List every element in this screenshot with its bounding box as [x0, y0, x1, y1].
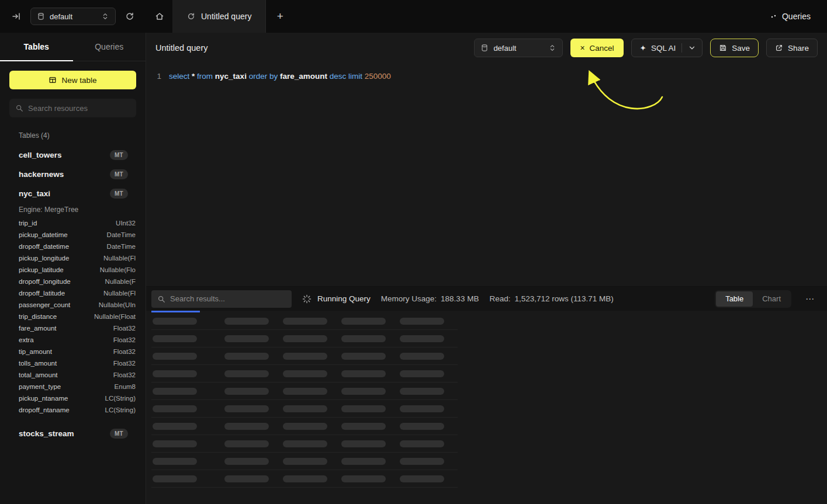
skeleton-cell — [224, 440, 269, 447]
skeleton-cell — [400, 405, 444, 412]
table-grid-icon — [49, 76, 57, 84]
skeleton-cell — [153, 370, 197, 377]
query-database-selector[interactable]: default — [474, 39, 563, 57]
skeleton-cell — [153, 388, 197, 395]
view-tab-table[interactable]: Table — [716, 291, 753, 307]
skeleton-cell — [224, 405, 269, 412]
column-type: Float32 — [113, 336, 136, 343]
skeleton-cell — [341, 440, 386, 447]
column-row: trip_idUInt32 — [0, 217, 146, 229]
database-selector[interactable]: default — [30, 8, 116, 25]
query-title: Untitled query — [155, 43, 207, 53]
column-name: pickup_ntaname — [19, 395, 68, 402]
new-tab-button[interactable]: + — [266, 0, 294, 33]
sql-token: 250000 — [365, 72, 391, 81]
skeleton-cell — [224, 458, 269, 465]
column-row: extraFloat32 — [0, 334, 146, 346]
column-type: Nullable(UIn — [99, 301, 136, 308]
skeleton-cell — [283, 423, 327, 430]
column-type: Float32 — [113, 360, 136, 367]
search-resources-input[interactable] — [28, 104, 130, 113]
skeleton-cell — [400, 440, 444, 447]
line-number: 1 — [155, 71, 161, 286]
spinner-icon — [302, 294, 312, 304]
column-row: pickup_latitudeNullable(Flo — [0, 264, 146, 276]
table-item-cell_towers[interactable]: cell_towersMT — [0, 145, 146, 165]
refresh-button[interactable] — [122, 8, 138, 25]
skeleton-cell — [153, 458, 197, 465]
view-tab-chart[interactable]: Chart — [753, 291, 790, 307]
skeleton-row — [151, 435, 458, 453]
resource-list: cell_towersMThackernewsMTnyc_taxiMTEngin… — [0, 145, 146, 443]
search-icon — [157, 295, 165, 303]
queries-button[interactable]: Queries — [770, 12, 811, 21]
skeleton-cell — [283, 353, 327, 360]
progress-track — [146, 311, 827, 312]
view-toggle: Table Chart — [715, 290, 791, 308]
column-row: fare_amountFloat32 — [0, 322, 146, 334]
results-menu-button[interactable]: ⋯ — [802, 294, 818, 304]
tab-strip: Untitled query + — [146, 0, 294, 33]
sql-ai-label: SQL AI — [651, 44, 676, 53]
column-type: LC(String) — [105, 395, 136, 402]
skeleton-cell — [400, 423, 444, 430]
tables-section-label: Tables (4) — [0, 127, 146, 145]
column-name: extra — [19, 336, 34, 343]
column-row: payment_typeEnum8 — [0, 381, 146, 392]
search-icon — [15, 104, 23, 112]
share-button[interactable]: Share — [766, 39, 818, 57]
sql-ai-button[interactable]: ✦ SQL AI — [631, 39, 703, 57]
skeleton-cell — [400, 458, 444, 465]
read-stat: Read: 1,523,712 rows (113.71 MB) — [489, 294, 613, 303]
skeleton-row — [151, 347, 458, 365]
column-name: tip_amount — [19, 348, 52, 355]
column-type: Nullable(Flo — [100, 266, 136, 273]
home-button[interactable] — [146, 0, 173, 33]
cancel-button[interactable]: × Cancel — [570, 39, 623, 57]
sidebar-tab-tables[interactable]: Tables — [0, 33, 73, 61]
skeleton-cell — [153, 475, 197, 482]
tab-untitled-query[interactable]: Untitled query — [173, 0, 266, 33]
skeleton-cell — [283, 440, 327, 447]
skeleton-cell — [400, 335, 444, 342]
skeleton-cell — [283, 405, 327, 412]
skeleton-cell — [153, 335, 197, 342]
collapse-sidebar-button[interactable] — [8, 8, 25, 25]
memory-usage-value: 188.33 MB — [441, 294, 479, 303]
table-item-nyc_taxi[interactable]: nyc_taxiMT — [0, 184, 146, 203]
collapse-panel-icon — [12, 12, 21, 21]
column-name: dropoff_longitude — [19, 278, 71, 285]
skeleton-cell — [283, 318, 327, 325]
table-item-stocks_stream[interactable]: stocks_streamMT — [0, 424, 146, 443]
column-name: passenger_count — [19, 301, 70, 308]
skeleton-cell — [283, 475, 327, 482]
sql-code-line: select * from nyc_taxi order by fare_amo… — [169, 71, 391, 286]
database-icon — [480, 44, 489, 52]
column-row: dropoff_longitudeNullable(F — [0, 276, 146, 287]
share-icon — [775, 44, 783, 52]
skeleton-row — [151, 365, 458, 383]
search-results-input[interactable] — [170, 294, 286, 303]
skeleton-cell — [341, 388, 386, 395]
new-table-button[interactable]: New table — [9, 71, 136, 89]
save-icon — [719, 44, 727, 52]
results-panel: Running Query Memory Usage: 188.33 MB Re… — [146, 286, 827, 504]
table-name: hackernews — [19, 170, 64, 179]
sql-editor[interactable]: 1 select * from nyc_taxi order by fare_a… — [146, 63, 827, 286]
column-name: trip_id — [19, 220, 37, 227]
sql-token: from — [197, 72, 213, 81]
app-root: default Untitled query — [0, 0, 827, 504]
column-row: tolls_amountFloat32 — [0, 357, 146, 369]
sidebar-tab-queries[interactable]: Queries — [73, 33, 146, 61]
sidebar-tab-queries-label: Queries — [95, 42, 123, 51]
save-button[interactable]: Save — [710, 39, 759, 57]
skeleton-cell — [400, 318, 444, 325]
column-type: DateTime — [107, 243, 136, 250]
table-name: nyc_taxi — [19, 189, 50, 198]
skeleton-cell — [224, 475, 269, 482]
table-item-hackernews[interactable]: hackernewsMT — [0, 165, 146, 184]
save-label: Save — [732, 44, 750, 53]
column-row: dropoff_ntanameLC(String) — [0, 404, 146, 416]
skeleton-cell — [400, 353, 444, 360]
engine-badge: MT — [110, 150, 128, 160]
